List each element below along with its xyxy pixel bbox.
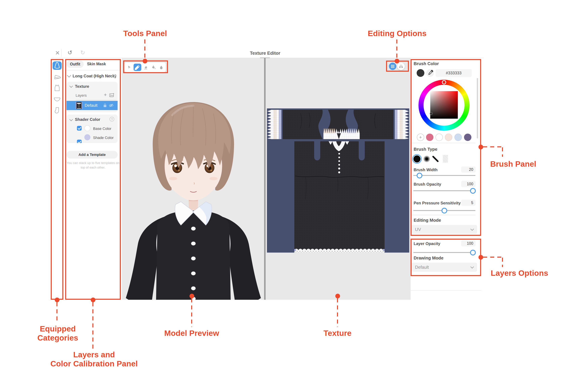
annotation-label-line: Categories bbox=[38, 333, 78, 342]
annotation-rect-brush-panel bbox=[411, 59, 481, 236]
annotation-dot bbox=[55, 298, 60, 302]
annotation-line bbox=[337, 298, 338, 327]
annotation-dot bbox=[479, 255, 483, 260]
annotation-line bbox=[502, 147, 503, 157]
annotation-line bbox=[144, 39, 145, 59]
close-icon[interactable]: ✕ bbox=[55, 50, 60, 56]
annotation-label-layers-options: Layers Options bbox=[491, 269, 548, 278]
annotation-rect-equipped-categories bbox=[51, 59, 63, 300]
annotation-label-equipped-categories: Equipped Categories bbox=[38, 324, 78, 342]
annotation-label-brush-panel: Brush Panel bbox=[490, 159, 536, 169]
topbar: ✕ ↺ ↻ Texture Editor bbox=[51, 48, 484, 58]
annotation-dot bbox=[395, 59, 399, 63]
annotation-label-line: Color Calibration Panel bbox=[50, 359, 138, 368]
uv-texture-canvas[interactable] bbox=[267, 108, 409, 252]
annotation-rect-layers-options bbox=[411, 239, 481, 276]
redo-icon[interactable]: ↻ bbox=[80, 50, 85, 55]
annotation-line bbox=[483, 257, 503, 258]
annotation-line bbox=[92, 302, 93, 348]
annotation-line bbox=[396, 39, 397, 59]
model-preview-pane[interactable] bbox=[122, 58, 264, 300]
section-divider bbox=[408, 290, 481, 290]
annotation-label-layers-ccp: Layers and Color Calibration Panel bbox=[50, 350, 138, 368]
annotation-label-line: Equipped bbox=[38, 324, 78, 333]
annotation-line bbox=[56, 302, 58, 322]
annotation-rect-layers-panel bbox=[65, 59, 121, 300]
annotation-label-texture: Texture bbox=[324, 328, 352, 338]
model-character bbox=[122, 58, 264, 300]
annotation-dot bbox=[335, 294, 340, 298]
annotation-line bbox=[483, 146, 503, 147]
annotation-line bbox=[191, 298, 192, 327]
topbar-divider bbox=[61, 49, 62, 57]
annotation-dot bbox=[143, 59, 147, 63]
annotation-label-editing-options: Editing Options bbox=[368, 29, 427, 38]
page-title: Texture Editor bbox=[250, 51, 280, 56]
annotation-line bbox=[502, 258, 503, 267]
annotation-dot bbox=[91, 298, 95, 302]
annotation-label-line: Layers and bbox=[50, 350, 138, 359]
texture-pane[interactable] bbox=[266, 58, 411, 300]
annotation-dot bbox=[189, 294, 194, 298]
annotation-dot bbox=[479, 145, 483, 149]
undo-icon[interactable]: ↺ bbox=[67, 50, 72, 55]
annotation-label-tools-panel: Tools Panel bbox=[123, 29, 167, 38]
annotation-label-model-preview: Model Preview bbox=[164, 328, 219, 338]
pane-splitter[interactable] bbox=[264, 58, 266, 300]
